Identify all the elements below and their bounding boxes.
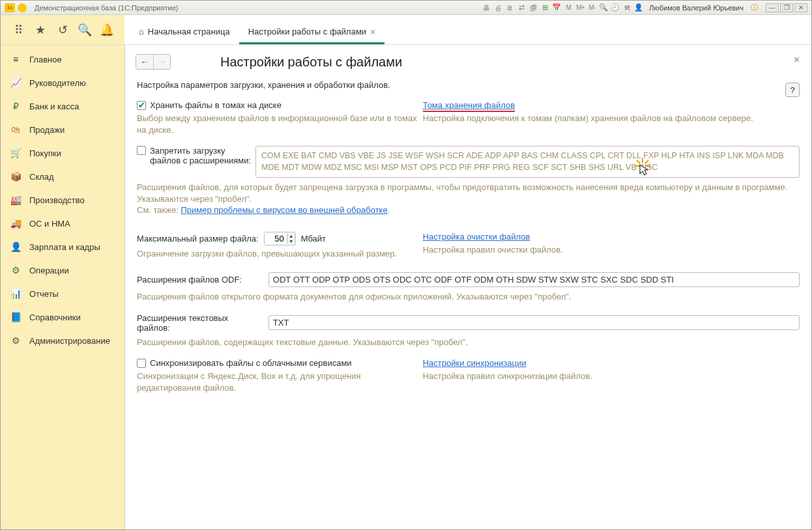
person-icon: 👤 [10, 241, 22, 253]
odf-hint: Расширения файлов открытого формата доку… [137, 291, 800, 303]
tab-home-label: Начальная страница [148, 27, 230, 36]
preview-icon[interactable]: 🗎 [504, 3, 515, 13]
titlebar: 1c Демонстрационная база (1С:Предприятие… [1, 1, 811, 15]
m-button[interactable]: М [563, 3, 573, 13]
history-icon[interactable]: ↺ [55, 22, 70, 38]
sidebar-item-sales[interactable]: 🛍Продажи [1, 118, 124, 141]
factory-icon: 🏭 [10, 194, 22, 206]
txt-hint: Расширения файлов, содержащих текстовые … [137, 337, 800, 348]
max-size-spinner[interactable]: ▲▼ [264, 232, 296, 245]
star-icon[interactable]: ★ [33, 22, 48, 38]
bag-icon: 🛍 [10, 124, 22, 135]
compare-icon[interactable]: ⇄ [516, 3, 527, 13]
chart-icon: 📈 [10, 77, 22, 89]
sidebar-item-assets[interactable]: 🚚ОС и НМА [1, 212, 124, 235]
intro-text: Настройка параметров загрузки, хранения … [137, 80, 800, 90]
max-size-label: Максимальный размер файла: [137, 234, 259, 244]
panel-buttons: ⠿ ★ ↺ 🔍 🔔 [1, 15, 124, 44]
close-page-icon[interactable]: × [794, 54, 800, 66]
copy-icon[interactable]: 🗐 [528, 3, 538, 13]
clock-icon[interactable]: 🕘 [610, 3, 620, 13]
bars-icon: 📊 [10, 288, 22, 300]
tab-close-icon[interactable]: × [370, 27, 375, 37]
boxes-icon: 📦 [10, 171, 22, 182]
nav-arrows: ← → [136, 54, 171, 70]
storage-volumes-link[interactable]: Тома хранения файлов [423, 100, 515, 112]
sidebar-item-production[interactable]: 🏭Производство [1, 188, 124, 212]
window-minimize-icon[interactable]: — [766, 3, 779, 12]
search-icon[interactable]: 🔍 [77, 22, 93, 38]
content: ← → Настройки работы с файлами × ? Настр… [124, 45, 811, 529]
cleanup-link[interactable]: Настройка очистки файлов [423, 232, 530, 242]
printer-icon[interactable]: 🖨 [493, 3, 503, 13]
sync-link-hint: Настройка правил синхронизации файлов. [423, 370, 800, 382]
sidebar-item-bank[interactable]: ₽Банк и касса [1, 94, 124, 118]
tab-file-settings[interactable]: Настройки работы с файлами × [239, 21, 385, 44]
cloud-sync-label: Синхронизировать файлы с облачными серви… [150, 358, 352, 368]
cleanup-hint: Настройка правил очистки файлов. [423, 244, 800, 256]
store-in-volumes-label: Хранить файлы в томах на диске [150, 100, 282, 110]
page-title: Настройки работы с файлами [220, 55, 402, 69]
grid-icon[interactable]: ⠿ [10, 22, 26, 38]
app-logo-icon: 1c [5, 3, 15, 12]
calc-icon[interactable]: ⊞ [540, 3, 550, 13]
forbid-upload-checkbox[interactable] [137, 146, 146, 155]
cart-icon: 🛒 [10, 147, 22, 159]
max-size-input[interactable] [265, 232, 287, 245]
store-hint: Выбор между хранением файлов в информаци… [137, 113, 423, 135]
ext-hint: Расширения файлов, для которых будет зап… [137, 182, 800, 216]
sidebar-item-catalogs[interactable]: 📘Справочники [1, 305, 124, 329]
ops-icon: ⚙ [10, 264, 22, 276]
sidebar-item-main[interactable]: ≡Главное [1, 48, 124, 71]
spin-up-icon[interactable]: ▲ [287, 233, 295, 238]
m-minus-button[interactable]: М- [587, 3, 597, 13]
max-size-unit: Мбайт [301, 234, 326, 244]
sidebar-item-manager[interactable]: 📈Руководителю [1, 71, 124, 94]
txt-ext-input[interactable] [268, 315, 800, 330]
sidebar-item-operations[interactable]: ⚙Операции [1, 258, 124, 282]
sync-hint: Синхронизация с Яндекс.Диск, Box и т.д. … [137, 370, 423, 393]
forbidden-ext-textarea[interactable]: COM EXE BAT CMD VBS VBE JS JSE WSF WSH S… [255, 146, 800, 178]
sidebar-item-hr[interactable]: 👤Зарплата и кадры [1, 235, 124, 258]
book-icon: 📘 [10, 311, 22, 323]
virus-example-link[interactable]: Пример проблемы с вирусом во внешней обр… [181, 205, 387, 215]
nav-back-button[interactable]: ← [136, 55, 153, 69]
truck-icon: 🚚 [10, 217, 22, 229]
app-title: Демонстрационная база (1С:Предприятие) [35, 4, 178, 12]
tool-icon[interactable]: 🛠 [622, 3, 632, 13]
nav-forward-button[interactable]: → [153, 55, 170, 69]
odf-label: Расширения файлов ODF: [137, 275, 263, 285]
odf-ext-input[interactable] [268, 272, 800, 287]
gear-icon: ⚙ [10, 335, 22, 346]
sidebar: ≡Главное 📈Руководителю ₽Банк и касса 🛍Пр… [1, 45, 124, 529]
sidebar-item-reports[interactable]: 📊Отчеты [1, 282, 124, 305]
calendar-icon[interactable]: 📅 [551, 3, 562, 13]
bell-icon[interactable]: 🔔 [99, 22, 115, 38]
m-plus-button[interactable]: М+ [575, 3, 585, 13]
zoom-icon[interactable]: 🔍 [598, 3, 609, 13]
tab-file-settings-label: Настройки работы с файлами [248, 27, 366, 36]
txt-label: Расширения текстовых файлов: [137, 313, 263, 333]
window-close-icon[interactable]: ✕ [794, 3, 807, 12]
menu-icon: ≡ [10, 53, 22, 65]
spin-down-icon[interactable]: ▼ [287, 238, 295, 244]
volumes-hint: Настройка подключения к томам (папкам) х… [423, 113, 800, 124]
home-icon: ⌂ [139, 27, 144, 36]
app-circle-icon [18, 3, 27, 12]
ruble-icon: ₽ [10, 100, 22, 112]
user-name[interactable]: Любимов Валерий Юрьевич [649, 4, 744, 12]
info-icon[interactable]: ⓘ [749, 3, 759, 13]
sidebar-item-warehouse[interactable]: 📦Склад [1, 165, 124, 188]
tab-home[interactable]: ⌂ Начальная страница [130, 21, 239, 44]
window-restore-icon[interactable]: ❐ [780, 3, 793, 12]
toolbar: ⠿ ★ ↺ 🔍 🔔 ⌂ Начальная страница Настройки… [1, 15, 811, 45]
sidebar-item-purchases[interactable]: 🛒Покупки [1, 141, 124, 165]
cloud-sync-checkbox[interactable] [137, 359, 146, 368]
max-size-hint: Ограничение загрузки файлов, превышающих… [137, 248, 423, 260]
help-button[interactable]: ? [785, 83, 800, 97]
sidebar-item-admin[interactable]: ⚙Администрирование [1, 329, 124, 352]
sync-settings-link[interactable]: Настройки синхронизации [423, 358, 527, 368]
store-in-volumes-checkbox[interactable] [137, 101, 146, 110]
print-icon[interactable]: 🖶 [481, 3, 491, 13]
forbid-upload-label: Запретить загрузку файлов с расширениями… [150, 146, 251, 165]
